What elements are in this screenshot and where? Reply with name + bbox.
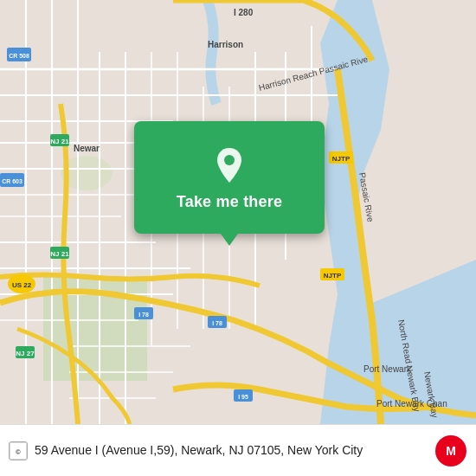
svg-text:I 78: I 78 [138, 312, 149, 318]
address-text: 59 Avenue I (Avenue I,59), Newark, NJ 07… [35, 442, 428, 458]
svg-text:NJ 27: NJ 27 [16, 350, 35, 357]
svg-text:NJTP: NJTP [324, 272, 342, 280]
take-me-there-button[interactable]: Take me there [177, 193, 282, 211]
svg-point-62 [224, 155, 235, 165]
svg-text:Harrison: Harrison [208, 40, 243, 49]
bottom-bar: © 59 Avenue I (Avenue I,59), Newark, NJ … [0, 424, 476, 476]
svg-text:Newar: Newar [74, 144, 100, 153]
svg-text:I 78: I 78 [212, 320, 222, 326]
moovit-icon: M [434, 434, 467, 467]
map-container: I 280 Harrison Newar CR 508 CR 603 NJ 21… [0, 0, 476, 424]
svg-text:I 95: I 95 [238, 394, 248, 400]
svg-text:©: © [16, 447, 21, 455]
svg-text:NJ 21: NJ 21 [50, 250, 69, 258]
svg-text:US 22: US 22 [12, 281, 32, 289]
osm-logo: © [9, 441, 28, 460]
svg-text:NJTP: NJTP [332, 155, 351, 163]
svg-text:CR 508: CR 508 [9, 53, 29, 59]
svg-text:CR 603: CR 603 [2, 178, 23, 184]
svg-text:Port Newark Chan: Port Newark Chan [376, 399, 447, 408]
popup-card[interactable]: Take me there [134, 121, 325, 234]
svg-text:M: M [446, 444, 456, 458]
moovit-logo: M [434, 434, 467, 467]
location-pin-icon [209, 145, 250, 186]
svg-text:I 280: I 280 [234, 8, 254, 17]
svg-text:NJ 21: NJ 21 [50, 138, 69, 145]
